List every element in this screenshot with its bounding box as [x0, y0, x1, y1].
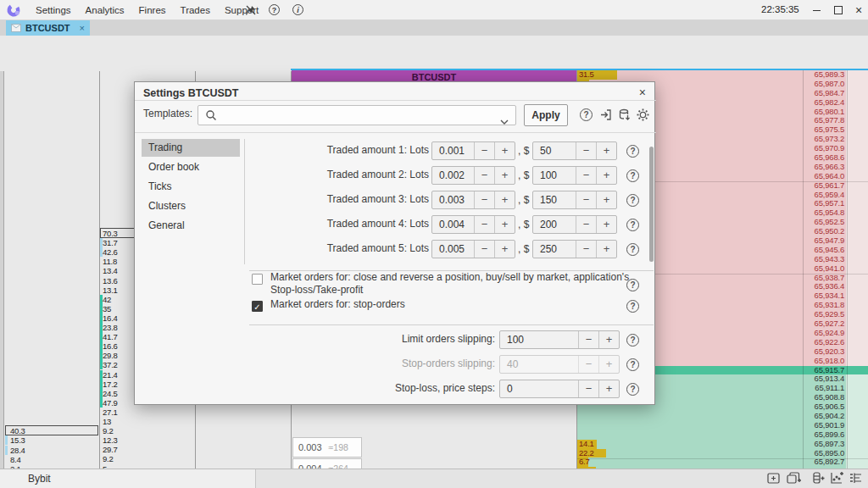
orders-cell[interactable] — [846, 116, 868, 125]
stepper-value[interactable]: 250 — [540, 241, 557, 258]
usd-stepper[interactable]: 150−+ — [532, 191, 617, 209]
stepper-plus-button[interactable]: + — [598, 331, 619, 348]
price-cell[interactable]: 65,918.0 — [803, 357, 847, 366]
menu-item-settings[interactable]: Settings — [36, 5, 71, 15]
orders-cell[interactable] — [846, 319, 868, 329]
price-cell[interactable]: 65,897.3 — [803, 440, 847, 449]
stepper-value[interactable]: 100 — [507, 331, 524, 348]
help-icon[interactable]: ? — [269, 4, 280, 15]
add-dom-icon[interactable] — [811, 472, 825, 488]
stepper-plus-button[interactable]: + — [494, 167, 515, 184]
stepper-plus-button[interactable]: + — [596, 216, 616, 233]
orders-cell[interactable] — [846, 440, 868, 449]
orders-cell[interactable] — [846, 125, 868, 135]
menu-item-analytics[interactable]: Analytics — [86, 5, 125, 15]
stepper-value[interactable]: 0.003 — [439, 191, 465, 208]
info-icon[interactable]: i — [292, 4, 303, 15]
orders-cell[interactable] — [846, 412, 868, 421]
orders-cell[interactable] — [846, 338, 868, 347]
lots-stepper[interactable]: 0.004−+ — [431, 215, 515, 234]
field-stepper[interactable]: 100−+ — [499, 330, 620, 349]
chevron-down-icon[interactable] — [500, 113, 509, 128]
sidebar-item-general[interactable]: General — [142, 217, 240, 235]
stepper-minus-button[interactable]: − — [576, 241, 596, 258]
orders-cell[interactable] — [846, 430, 868, 440]
orders-cell[interactable] — [846, 402, 868, 412]
add-panel-icon[interactable] — [767, 472, 782, 488]
row-help-icon[interactable]: ? — [626, 279, 639, 291]
orders-cell[interactable] — [846, 98, 868, 108]
menu-item-trades[interactable]: Trades — [181, 5, 210, 15]
ladder-row[interactable]: 65,899.6 — [577, 430, 868, 440]
row-help-icon[interactable]: ? — [626, 300, 639, 313]
lots-stepper[interactable]: 0.003−+ — [431, 191, 515, 209]
checkbox[interactable] — [252, 274, 263, 285]
orders-cell[interactable] — [846, 181, 868, 191]
duplicate-panel-icon[interactable] — [787, 472, 801, 488]
stepper-minus-button[interactable]: − — [474, 216, 494, 233]
stepper-minus-button[interactable]: − — [474, 142, 494, 159]
stepper-plus-button[interactable]: + — [494, 241, 515, 258]
templates-combobox[interactable] — [198, 105, 516, 125]
stepper-value[interactable]: 150 — [540, 191, 557, 208]
dialog-help-icon[interactable]: ? — [580, 108, 593, 121]
orders-cell[interactable] — [846, 246, 868, 255]
usd-stepper[interactable]: 200−+ — [532, 215, 617, 234]
stepper-plus-button[interactable]: + — [494, 142, 515, 159]
dialog-scrollbar[interactable] — [649, 147, 654, 262]
row-help-icon[interactable]: ? — [626, 194, 639, 207]
orders-cell[interactable] — [846, 393, 868, 402]
orders-cell[interactable] — [846, 357, 868, 366]
price-cell[interactable]: 65,982.4 — [803, 98, 847, 108]
minimize-button[interactable] — [810, 5, 822, 15]
stepper-plus-button[interactable]: + — [596, 167, 616, 184]
price-cell[interactable]: 65,920.3 — [803, 347, 847, 357]
stepper-plus-button[interactable]: + — [494, 216, 515, 233]
stepper-minus-button[interactable]: − — [576, 167, 596, 184]
settings-gear-icon[interactable] — [637, 108, 649, 125]
stepper-minus-button[interactable]: − — [576, 216, 596, 233]
stepper-plus-button[interactable]: + — [598, 380, 619, 397]
import-template-icon[interactable] — [599, 108, 612, 125]
row-help-icon[interactable]: ? — [626, 383, 639, 396]
field-stepper[interactable]: 0−+ — [499, 380, 620, 398]
orders-cell[interactable] — [846, 384, 868, 393]
stepper-minus-button[interactable]: − — [474, 191, 494, 208]
orders-cell[interactable] — [846, 421, 868, 430]
tab-close-icon[interactable]: × — [80, 23, 85, 33]
orders-cell[interactable] — [846, 449, 868, 458]
orders-cell[interactable] — [846, 374, 868, 384]
add-chart-icon[interactable] — [831, 472, 844, 488]
close-window-button[interactable]: × — [853, 5, 865, 15]
stepper-value[interactable]: 50 — [540, 142, 551, 159]
orders-cell[interactable] — [846, 199, 868, 208]
stepper-value[interactable]: 0.004 — [439, 216, 465, 233]
orders-cell[interactable] — [846, 208, 868, 218]
sidebar-item-trading[interactable]: Trading — [142, 139, 240, 157]
price-cell[interactable]: 65,899.6 — [803, 430, 847, 440]
row-help-icon[interactable]: ? — [626, 169, 639, 182]
stepper-plus-button[interactable]: + — [596, 142, 616, 159]
row-help-icon[interactable]: ? — [626, 219, 639, 231]
checkbox[interactable]: ✓ — [252, 301, 263, 312]
stepper-minus-button[interactable]: − — [474, 241, 494, 258]
connection-status[interactable]: Bybit — [0, 469, 256, 488]
apply-button[interactable]: Apply — [524, 104, 568, 126]
quotes-list-icon[interactable] — [849, 472, 863, 488]
stepper-minus-button[interactable]: − — [474, 167, 494, 184]
dialog-close-icon[interactable]: × — [639, 86, 646, 99]
orders-cell[interactable] — [846, 89, 868, 98]
stepper-plus-button[interactable]: + — [494, 191, 515, 208]
stepper-minus-button[interactable]: − — [578, 380, 598, 397]
orders-cell[interactable] — [846, 218, 868, 227]
orders-cell[interactable] — [846, 347, 868, 357]
orders-cell[interactable] — [846, 274, 868, 283]
orders-cell[interactable] — [846, 163, 868, 172]
stepper-minus-button[interactable]: − — [578, 331, 598, 348]
sidebar-item-clusters[interactable]: Clusters — [142, 197, 240, 215]
lots-stepper[interactable]: 0.002−+ — [431, 166, 515, 185]
orders-cell[interactable] — [846, 301, 868, 310]
stepper-value[interactable]: 0.002 — [439, 167, 465, 184]
orders-cell[interactable] — [846, 255, 868, 264]
usd-stepper[interactable]: 250−+ — [532, 240, 617, 258]
